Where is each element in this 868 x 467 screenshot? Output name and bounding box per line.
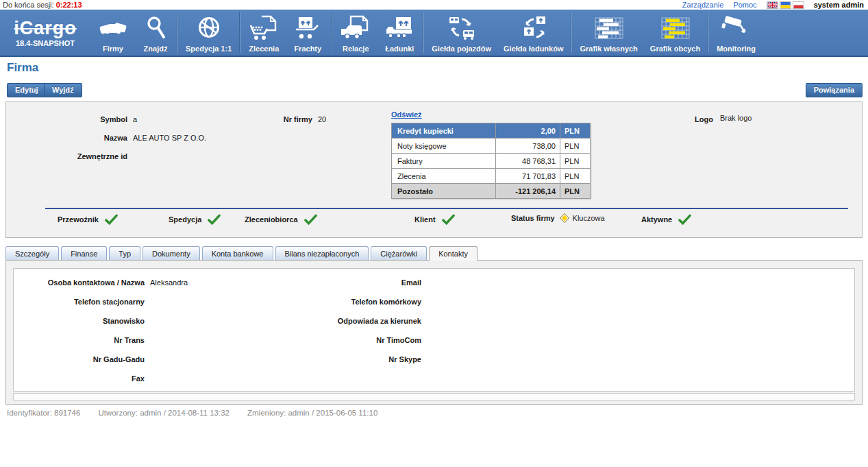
nav-item-gielda-pojazdow[interactable]: Giełda pojazdów bbox=[425, 10, 497, 56]
flag-ukraine-icon[interactable] bbox=[780, 1, 791, 9]
nav-item-monitoring[interactable]: Monitoring bbox=[710, 10, 762, 56]
name-value: ALE AUTO SP Z O.O. bbox=[133, 134, 206, 142]
nav-item-grafik-wlasnych[interactable]: Grafik własnych bbox=[573, 10, 643, 56]
magnifier-icon bbox=[142, 12, 169, 45]
language-switcher bbox=[767, 1, 804, 9]
finance-row: Zlecenia 71 701,83 PLN bbox=[392, 169, 591, 184]
attribute-klient: Klient bbox=[414, 214, 455, 225]
record-modified: Zmieniony: admin / 2015-06-05 11:10 bbox=[247, 409, 377, 417]
flag-poland-icon[interactable] bbox=[793, 1, 804, 9]
contact-field: Osoba kontaktowa / Nazwa Aleksandra bbox=[14, 273, 188, 292]
check-icon bbox=[678, 214, 691, 225]
record-created: Utworzony: admin / 2014-08-11 13:32 bbox=[98, 409, 230, 417]
logo-text: iCargo bbox=[14, 19, 77, 38]
nav-item-znajdz[interactable]: Znajdź bbox=[136, 10, 175, 56]
nav-item-ladunki[interactable]: Ładunki bbox=[377, 10, 421, 56]
symbol-label: Symbol bbox=[20, 115, 127, 123]
tab-ciezarowki[interactable]: Ciężarówki bbox=[371, 246, 427, 260]
contact-field: Telefon stacjonarny bbox=[14, 292, 188, 311]
contact-field: Fax bbox=[14, 369, 188, 388]
contact-field: Odpowiada za kierunek bbox=[253, 311, 427, 331]
app-version: 18.4-SNAPSHOT bbox=[16, 39, 75, 47]
tab-bar: Szczegóły Finanse Typ Dokumenty Konta ba… bbox=[5, 246, 480, 260]
contact-field: Nr Skype bbox=[253, 350, 427, 369]
company-no-value: 20 bbox=[318, 115, 326, 123]
nav-item-gielda-ladunkow[interactable]: Giełda ładunków bbox=[497, 10, 569, 56]
attribute-spedycja: Spedycja bbox=[169, 214, 221, 225]
finance-header-row: Kredyt kupiecki 2,00 PLN bbox=[392, 123, 591, 139]
exit-button[interactable]: Wyjdź bbox=[44, 83, 82, 97]
nav-separator bbox=[239, 12, 240, 53]
foreign-schedule-icon bbox=[660, 12, 691, 45]
flag-uk-icon[interactable] bbox=[767, 1, 778, 9]
contact-form: Osoba kontaktowa / Nazwa Aleksandra Tele… bbox=[13, 268, 855, 392]
company-panel: Symbol a Nr firmy 20 Nazwa ALE AUTO SP Z… bbox=[5, 101, 863, 238]
relations-button[interactable]: Powiązania bbox=[806, 83, 863, 97]
check-icon bbox=[304, 214, 317, 225]
globe-icon bbox=[195, 12, 223, 45]
attribute-przewoznik: Przewoźnik bbox=[58, 214, 118, 225]
tab-typ[interactable]: Typ bbox=[109, 246, 140, 260]
nav-item-relacje[interactable]: Relacje bbox=[334, 10, 377, 56]
contact-field: Nr Trans bbox=[14, 331, 188, 350]
session-countdown: Do końca sesji: 0:22:13 bbox=[3, 0, 82, 10]
session-time: 0:22:13 bbox=[56, 1, 82, 9]
nav-item-spedycja[interactable]: Spedycja 1:1 bbox=[179, 10, 238, 56]
help-link[interactable]: Pomoc bbox=[733, 0, 756, 10]
contacts-tab-panel: Osoba kontaktowa / Nazwa Aleksandra Tele… bbox=[5, 260, 863, 405]
tab-kontakty[interactable]: Kontakty bbox=[429, 246, 478, 261]
handshake-icon bbox=[97, 12, 129, 45]
horizontal-scrollbar[interactable] bbox=[13, 393, 855, 400]
logged-user: system admin bbox=[814, 1, 864, 9]
tab-dokumenty[interactable]: Dokumenty bbox=[142, 246, 200, 260]
attribute-aktywne: Aktywne bbox=[641, 214, 691, 225]
icargo-app-window: Do końca sesji: 0:22:13 Zarządzanie Pomo… bbox=[0, 0, 868, 467]
contact-field: Email bbox=[253, 273, 427, 292]
finance-row: Faktury 48 768,31 PLN bbox=[392, 154, 591, 169]
check-icon bbox=[442, 214, 455, 225]
name-label: Nazwa bbox=[20, 134, 127, 142]
tab-szczegoly[interactable]: Szczegóły bbox=[5, 246, 59, 260]
nav-item-grafik-obcych[interactable]: Grafik obcych bbox=[644, 10, 706, 56]
record-identifier: Identyfikator: 891746 bbox=[7, 409, 80, 417]
logo-value: Brak logo bbox=[720, 114, 752, 122]
nav-item-frachty[interactable]: Frachty bbox=[286, 10, 330, 56]
contact-field: Nr TimoCom bbox=[253, 331, 427, 350]
page-title: Firma bbox=[7, 61, 38, 75]
check-icon bbox=[208, 214, 221, 225]
top-bar: Do końca sesji: 0:22:13 Zarządzanie Pomo… bbox=[0, 0, 868, 10]
panel-divider bbox=[45, 208, 848, 209]
status-diamond-icon bbox=[560, 213, 569, 223]
finance-row: Noty księgowe 738,00 PLN bbox=[392, 139, 591, 154]
freight-cart-icon bbox=[292, 12, 323, 45]
finance-total-row: Pozostało -121 206,14 PLN bbox=[392, 184, 591, 199]
company-no-label: Nr firmy bbox=[246, 115, 312, 123]
nav-separator bbox=[177, 12, 178, 53]
nav-separator bbox=[571, 12, 572, 53]
tab-konta-bankowe[interactable]: Konta bankowe bbox=[202, 246, 273, 260]
app-logo[interactable]: iCargo 18.4-SNAPSHOT bbox=[0, 10, 90, 56]
nav-separator bbox=[423, 12, 424, 53]
tab-bilans-niezaplaconych[interactable]: Bilans niezapłaconych bbox=[275, 246, 369, 260]
cart-document-icon bbox=[248, 12, 280, 45]
nav-separator bbox=[708, 12, 709, 53]
refresh-link[interactable]: Odśwież bbox=[391, 110, 422, 119]
vehicle-exchange-icon bbox=[444, 12, 480, 45]
truck-document-icon bbox=[340, 12, 371, 45]
manage-link[interactable]: Zarządzanie bbox=[682, 0, 724, 10]
edit-button[interactable]: Edytuj bbox=[7, 83, 47, 97]
own-schedule-icon bbox=[593, 12, 625, 45]
contact-field: Stanowisko bbox=[14, 311, 188, 331]
contact-field: Nr Gadu-Gadu bbox=[14, 350, 188, 369]
contact-field: Telefon komórkowy bbox=[253, 292, 427, 311]
attribute-zleceniobiorca: Zleceniobiorca bbox=[245, 214, 317, 225]
nav-item-firmy[interactable]: Firmy bbox=[90, 10, 136, 56]
finance-table: Kredyt kupiecki 2,00 PLN Noty księgowe 7… bbox=[391, 123, 591, 199]
main-navigation: iCargo 18.4-SNAPSHOT Firmy bbox=[0, 10, 868, 57]
check-icon bbox=[105, 214, 118, 225]
tab-finanse[interactable]: Finanse bbox=[61, 246, 107, 260]
nav-item-zlecenia[interactable]: Zlecenia bbox=[242, 10, 286, 56]
symbol-value: a bbox=[133, 115, 137, 123]
cargo-truck-icon bbox=[384, 12, 415, 45]
cargo-exchange-icon bbox=[516, 12, 551, 45]
